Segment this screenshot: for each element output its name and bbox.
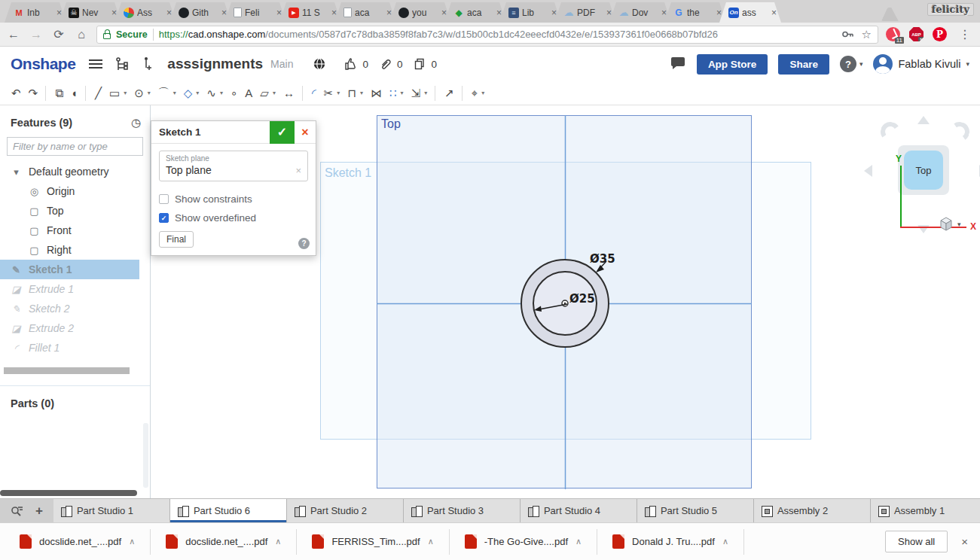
help-caret-icon[interactable]: ▾: [859, 60, 863, 68]
studio-tab[interactable]: Assembly 2: [754, 499, 871, 522]
tab-close-icon[interactable]: ×: [111, 8, 117, 18]
studio-tab[interactable]: Part Studio 6: [170, 499, 287, 522]
onshape-logo[interactable]: Onshape: [11, 55, 75, 73]
rotate-left-arrow-icon[interactable]: [879, 120, 902, 143]
studio-tab[interactable]: Assembly 1: [871, 499, 980, 522]
download-menu-caret-icon[interactable]: ∧: [575, 537, 582, 546]
tab-close-icon[interactable]: ×: [661, 8, 667, 18]
back-icon[interactable]: ←: [6, 28, 21, 41]
link-icon[interactable]: [379, 57, 392, 71]
tab-close-icon[interactable]: ×: [716, 8, 722, 18]
browser-tab[interactable]: On ass ×: [719, 2, 781, 23]
browser-tab[interactable]: Feli ×: [224, 2, 286, 23]
extension-adblock-icon[interactable]: ABP11: [909, 27, 924, 41]
sidebar-vertical-scrollbar[interactable]: [143, 423, 148, 488]
construction-tool-icon[interactable]: ▱ ▾: [256, 84, 279, 103]
tool-dropdown-caret-icon[interactable]: ▾: [196, 90, 199, 96]
bookmark-star-icon[interactable]: ☆: [862, 28, 872, 41]
feature-tree-item[interactable]: ◪ Extrude 1: [0, 279, 150, 299]
sidebar-horizontal-scrollbar[interactable]: [0, 490, 137, 496]
download-menu-caret-icon[interactable]: ∧: [275, 537, 281, 546]
tool-dropdown-caret-icon[interactable]: ▾: [273, 90, 276, 96]
tab-close-icon[interactable]: ×: [221, 8, 227, 18]
tab-close-icon[interactable]: ×: [56, 8, 62, 18]
point-tool-icon[interactable]: ∘ ▾: [227, 84, 241, 103]
sketch-tool-icon[interactable]: ⧉ ▾: [41, 84, 67, 103]
share-button[interactable]: Share: [778, 54, 829, 75]
tab-close-icon[interactable]: ×: [166, 8, 172, 18]
rotate-west-arrow-icon[interactable]: [864, 165, 872, 177]
feature-tree-item[interactable]: ◪ Extrude 2: [0, 318, 150, 338]
dialog-help-icon[interactable]: ?: [298, 238, 310, 249]
inspect-tool-icon[interactable]: ⌖ ▾: [458, 84, 488, 103]
view-mode-cube-icon[interactable]: [939, 217, 953, 231]
browser-tab[interactable]: ☁ PDF ×: [554, 2, 616, 23]
offset-tool-icon[interactable]: ⊓ ▾: [343, 84, 367, 103]
versions-icon[interactable]: [114, 56, 130, 72]
reload-icon[interactable]: ⟳: [51, 27, 66, 41]
mirror-tool-icon[interactable]: ⋈ ▾: [367, 84, 386, 103]
feature-tree-item[interactable]: ▾ Default geometry: [0, 162, 150, 181]
branch-icon[interactable]: [142, 56, 154, 72]
tool-dropdown-caret-icon[interactable]: ▾: [481, 90, 484, 96]
measure-icon[interactable]: ↗ ▾: [431, 84, 458, 103]
add-tab-icon[interactable]: +: [35, 504, 43, 519]
user-name[interactable]: Fablab Kivuli: [898, 58, 960, 70]
extension-pinterest-icon[interactable]: P: [933, 27, 947, 41]
browser-tab[interactable]: ☁ Dov ×: [609, 2, 671, 23]
public-globe-icon[interactable]: [313, 57, 326, 71]
clear-selection-icon[interactable]: ×: [295, 165, 301, 176]
tool-dropdown-caret-icon[interactable]: ▾: [424, 90, 427, 96]
dxf-insert-icon[interactable]: ⇲ ▾: [408, 84, 432, 103]
browser-menu-icon[interactable]: ⋮: [956, 27, 974, 41]
feature-tree-item[interactable]: ▢ Right: [0, 240, 150, 260]
spline-tool-icon[interactable]: ∿ ▾: [203, 84, 227, 103]
download-menu-caret-icon[interactable]: ∧: [722, 537, 728, 546]
browser-tab[interactable]: you ×: [389, 2, 451, 23]
app-store-button[interactable]: App Store: [697, 54, 768, 75]
browser-tab[interactable]: ◆ aca ×: [444, 2, 506, 23]
download-item[interactable]: docslide.net_....pdf ∧: [5, 529, 151, 555]
tab-close-icon[interactable]: ×: [276, 8, 282, 18]
download-menu-caret-icon[interactable]: ∧: [129, 537, 135, 546]
tab-close-icon[interactable]: ×: [386, 8, 392, 18]
use-project-icon[interactable]: ◖ ▾: [67, 84, 81, 103]
undo-icon[interactable]: ↶ ▾: [8, 84, 25, 103]
copies-icon[interactable]: [413, 57, 426, 71]
rollback-bar[interactable]: [4, 367, 130, 374]
home-icon[interactable]: ⌂: [74, 28, 89, 41]
checkbox[interactable]: ✓: [159, 194, 169, 204]
tool-dropdown-caret-icon[interactable]: ▾: [124, 90, 127, 96]
tab-close-icon[interactable]: ×: [771, 8, 777, 18]
final-button[interactable]: Final: [159, 231, 194, 248]
feature-tree-item[interactable]: ✎ Sketch 2: [0, 299, 150, 318]
tool-dropdown-caret-icon[interactable]: ▾: [401, 90, 404, 96]
arc-tool-icon[interactable]: ⌒ ▾: [154, 84, 180, 103]
feature-tree-item[interactable]: ▢ Top: [0, 201, 150, 221]
feature-filter-input[interactable]: [7, 137, 143, 156]
browser-tab[interactable]: Gith ×: [169, 2, 231, 23]
model-canvas[interactable]: Top Sketch 1 Ø35 Ø25: [151, 105, 980, 498]
view-mode-caret-icon[interactable]: ▾: [957, 221, 961, 228]
main-menu-icon[interactable]: [89, 59, 102, 68]
studio-tab[interactable]: Part Studio 4: [521, 499, 637, 522]
workspace-name[interactable]: Main: [270, 58, 293, 70]
polygon-tool-icon[interactable]: ◇ ▾: [180, 84, 203, 103]
tool-dropdown-caret-icon[interactable]: ▾: [360, 90, 363, 96]
dialog-checkbox-row[interactable]: ✓ Show constraints: [159, 190, 308, 208]
sketch-plane-field[interactable]: Sketch plane Top plane ×: [159, 151, 308, 181]
view-cube[interactable]: Top Y X: [862, 111, 980, 239]
circle-tool-icon[interactable]: ⊙ ▾: [130, 84, 154, 103]
dimension-tool-icon[interactable]: ↔ ▾: [279, 84, 298, 103]
new-tab-button[interactable]: [881, 8, 908, 21]
text-tool-icon[interactable]: A ▾: [241, 84, 256, 103]
close-downloads-bar-icon[interactable]: ×: [961, 535, 968, 548]
browser-tab[interactable]: G the ×: [664, 2, 726, 23]
feature-tree-item[interactable]: ◜ Fillet 1: [0, 338, 150, 358]
browser-tab[interactable]: ≡ Lib ×: [499, 2, 561, 23]
download-menu-caret-icon[interactable]: ∧: [428, 537, 434, 546]
forward-icon[interactable]: →: [29, 28, 44, 41]
user-menu-caret-icon[interactable]: ▾: [966, 60, 969, 68]
rotate-up-arrow-icon[interactable]: [917, 116, 930, 124]
cancel-x-button[interactable]: ×: [295, 121, 316, 144]
